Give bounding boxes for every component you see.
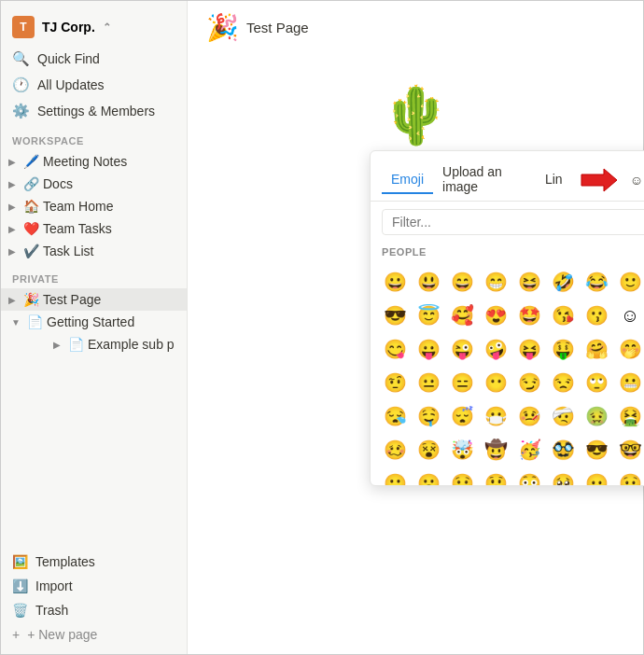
emoji-cell[interactable]: 🤮: [613, 399, 644, 433]
emoji-cell[interactable]: 😵: [412, 433, 445, 467]
sidebar-item-trash[interactable]: 🗑️ Trash: [1, 598, 187, 622]
emoji-cell[interactable]: 😛: [412, 332, 445, 366]
emoji-cell[interactable]: 😶: [479, 366, 512, 399]
tab-link[interactable]: Lin: [536, 166, 572, 194]
emoji-filter-input[interactable]: [382, 209, 644, 235]
sidebar-item-team-tasks[interactable]: ▶ ❤️ Team Tasks: [1, 217, 187, 240]
emoji-cell[interactable]: 🤕: [546, 399, 580, 433]
emoji-cell[interactable]: 😒: [546, 366, 580, 399]
emoji-cell[interactable]: 🥳: [512, 433, 546, 467]
random-button[interactable]: ☺ Random: [621, 167, 644, 193]
emoji-cell[interactable]: 🤓: [613, 433, 644, 467]
emoji-cell[interactable]: ☺️: [613, 299, 644, 332]
emoji-cell[interactable]: 🥴: [378, 433, 412, 467]
sidebar-item-import[interactable]: ⬇️ Import: [1, 574, 187, 598]
emoji-cell[interactable]: 😘: [546, 299, 580, 332]
emoji-cell[interactable]: 🤢: [580, 399, 613, 433]
example-sub-label: Example sub p: [88, 337, 175, 352]
sidebar-item-getting-started[interactable]: ▼ 📄 Getting Started: [1, 311, 187, 333]
emoji-section-label: PEOPLE: [371, 243, 644, 261]
emoji-cell[interactable]: 🤠: [479, 433, 512, 467]
emoji-cell[interactable]: 😗: [580, 299, 613, 332]
emoji-grid-container[interactable]: 😀😃😄😁😆🤣😂🙂🙃😉😊😎😇🥰😍🤩😘😗☺️😚😙🥲😋😛😜🤪😝🤑🤗🤭🤫🤔🤐🤨😐😑😶😏😒…: [371, 261, 644, 485]
emoji-cell[interactable]: 😇: [412, 299, 445, 332]
emoji-cell[interactable]: 😁: [479, 265, 512, 299]
sidebar-item-meeting-notes[interactable]: ▶ 🖊️ Meeting Notes: [1, 150, 187, 173]
emoji-cell[interactable]: 😷: [479, 399, 512, 433]
sidebar-item-settings[interactable]: ⚙️ Settings & Members: [1, 98, 187, 124]
emoji-cell[interactable]: 😪: [378, 399, 412, 433]
emoji-cell[interactable]: 🤤: [412, 399, 445, 433]
emoji-cell[interactable]: 😮: [412, 467, 445, 485]
emoji-cell[interactable]: 🤪: [479, 332, 512, 366]
emoji-cell[interactable]: 🙂: [613, 265, 644, 299]
emoji-cell[interactable]: 🤨: [378, 366, 412, 399]
workspace-chevron: ⌃: [103, 21, 111, 34]
emoji-cell[interactable]: 😐: [412, 366, 445, 399]
sidebar-item-all-updates[interactable]: 🕐 All Updates: [1, 72, 187, 98]
emoji-cell[interactable]: 🥰: [445, 299, 479, 332]
new-page-button[interactable]: + + New page: [1, 622, 187, 647]
tab-emoji[interactable]: Emoji: [382, 166, 433, 194]
emoji-cell[interactable]: 😏: [512, 366, 546, 399]
app-container: alphr T TJ Corp. ⌃ 🔍 Quick Find 🕐 All Up…: [0, 0, 644, 655]
emoji-cell[interactable]: 😆: [512, 265, 546, 299]
docs-icon: 🔗: [23, 176, 39, 191]
emoji-cell[interactable]: 😧: [613, 467, 644, 485]
emoji-cell[interactable]: 😲: [479, 467, 512, 485]
emoji-cell[interactable]: 😯: [445, 467, 479, 485]
example-sub-icon: 📄: [68, 337, 84, 352]
workspace-name: TJ Corp.: [42, 20, 95, 35]
emoji-cell[interactable]: 😴: [445, 399, 479, 433]
sidebar-item-templates[interactable]: 🖼️ Templates: [1, 550, 187, 574]
chevron-right-icon: ▶: [5, 154, 20, 169]
tab-upload[interactable]: Upload an image: [433, 159, 536, 202]
task-list-label: Task List: [43, 244, 93, 258]
emoji-cell[interactable]: 😂: [580, 265, 613, 299]
sidebar-item-docs[interactable]: ▶ 🔗 Docs: [1, 173, 187, 195]
emoji-cell[interactable]: 😍: [479, 299, 512, 332]
workspace-header[interactable]: T TJ Corp. ⌃: [1, 8, 187, 46]
emoji-cell[interactable]: 🥸: [546, 433, 580, 467]
emoji-cell[interactable]: 😀: [378, 265, 412, 299]
chevron-right-icon: ▶: [5, 176, 20, 191]
emoji-cell[interactable]: 😜: [445, 332, 479, 366]
emoji-cell[interactable]: 😃: [412, 265, 445, 299]
team-home-icon: 🏠: [23, 199, 39, 214]
workspace-section-label: WORKSPACE: [1, 124, 187, 150]
import-icon: ⬇️: [12, 578, 28, 593]
sidebar-item-example-sub[interactable]: ▶ 📄 Example sub p: [1, 333, 187, 355]
sidebar-item-team-home[interactable]: ▶ 🏠 Team Home: [1, 195, 187, 217]
sidebar-item-quick-find[interactable]: 🔍 Quick Find: [1, 46, 187, 72]
gear-icon: ⚙️: [12, 103, 30, 119]
new-page-label: + New page: [27, 627, 97, 642]
emoji-cell[interactable]: 🤭: [613, 332, 644, 366]
emoji-cell[interactable]: 🤗: [580, 332, 613, 366]
emoji-cell[interactable]: 🙄: [580, 366, 613, 399]
red-arrow: [574, 167, 619, 193]
trash-label: Trash: [35, 603, 68, 618]
emoji-cell[interactable]: 😬: [613, 366, 644, 399]
clock-icon: 🕐: [12, 77, 30, 93]
emoji-cell[interactable]: 🤩: [512, 299, 546, 332]
main-content: 🎉 Test Page 🌵 Emoji Upload an image Lin …: [188, 1, 643, 654]
chevron-right-icon: ▶: [49, 337, 64, 352]
emoji-cell[interactable]: 😋: [378, 332, 412, 366]
sidebar-item-test-page[interactable]: ▶ 🎉 Test Page: [1, 288, 187, 311]
emoji-cell[interactable]: 😦: [580, 467, 613, 485]
chevron-right-icon: ▶: [5, 292, 20, 307]
emoji-cell[interactable]: 🤣: [546, 265, 580, 299]
emoji-cell[interactable]: 🤒: [512, 399, 546, 433]
test-page-label: Test Page: [43, 292, 101, 307]
emoji-cell[interactable]: 🤑: [546, 332, 580, 366]
emoji-cell[interactable]: 🙁: [378, 467, 412, 485]
emoji-cell[interactable]: 🥺: [546, 467, 580, 485]
emoji-cell[interactable]: 😄: [445, 265, 479, 299]
emoji-cell[interactable]: 🤯: [445, 433, 479, 467]
emoji-cell[interactable]: 😎: [378, 299, 412, 332]
emoji-cell[interactable]: 😑: [445, 366, 479, 399]
sidebar-item-task-list[interactable]: ▶ ✔️ Task List: [1, 240, 187, 262]
emoji-cell[interactable]: 😳: [512, 467, 546, 485]
emoji-cell[interactable]: 😎: [580, 433, 613, 467]
emoji-cell[interactable]: 😝: [512, 332, 546, 366]
